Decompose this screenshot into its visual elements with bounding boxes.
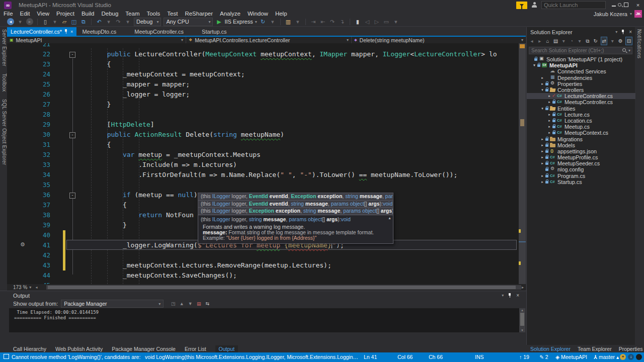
code-line-30[interactable]: 30- public ActionResult Delete(string me… <box>7 130 519 140</box>
nav-back-icon[interactable]: ◂ <box>7 18 14 25</box>
out-next-message-icon[interactable]: ▼ <box>187 301 194 306</box>
bookmark-clear-icon[interactable]: ▭ <box>383 19 390 25</box>
quick-launch-input[interactable] <box>542 2 617 8</box>
code-line-25[interactable]: 25 _mapper = mapper; <box>7 79 519 89</box>
bookmark-caret-icon[interactable]: ▾ <box>392 19 399 25</box>
code-line-31[interactable]: 31 { <box>7 140 519 150</box>
pin-icon[interactable] <box>64 29 68 34</box>
tree-expand-icon[interactable]: ▸ <box>547 94 552 98</box>
new-file-icon[interactable]: ▯ <box>42 19 49 25</box>
tree-item-dependencies[interactable]: ▸Dependencies <box>527 75 635 81</box>
bookmark-icon[interactable]: ▮ <box>354 19 361 25</box>
fold-collapse-icon[interactable]: - <box>69 132 75 138</box>
menu-team[interactable]: Team <box>122 11 143 17</box>
se-home-icon[interactable]: ⌂ <box>545 38 551 44</box>
code-line-34[interactable]: 34 .FirstOrDefault(m => m.Name.Replace("… <box>7 170 519 180</box>
nav-back-caret-icon[interactable]: ▾ <box>17 19 24 25</box>
se-refresh-icon[interactable]: ↻ <box>593 38 599 44</box>
open-file-icon[interactable]: ▱ <box>61 19 68 25</box>
tree-item-appsettings-json[interactable]: ▸appsettings.json <box>527 148 635 154</box>
editor-vertical-scrollbar[interactable] <box>519 43 526 284</box>
refresh-icon[interactable]: ↻ <box>260 19 267 25</box>
tree-item-migrations[interactable]: ▸Migrations <box>527 136 635 142</box>
tree-expand-icon[interactable]: ▸ <box>540 82 545 86</box>
code-line-23[interactable]: 23 { <box>7 59 519 69</box>
out-source-icon[interactable]: ◳ <box>170 301 177 306</box>
code-line-21[interactable]: 21 <box>7 43 519 49</box>
code-line-22[interactable]: 22- public LectureController(MeetupConte… <box>7 49 519 59</box>
quick-actions-icon[interactable]: ⚙ <box>20 241 25 248</box>
tree-expand-icon[interactable]: ▸ <box>540 137 545 141</box>
out-word-wrap-icon[interactable]: ⇆ <box>204 301 211 306</box>
tree-item-meetupseeder-cs[interactable]: ▸MeetupSeeder.cs <box>527 160 635 166</box>
output-scrollbar[interactable]: ▲ ▼ <box>519 308 525 332</box>
se-switch-caret-icon[interactable]: ▾ <box>560 38 567 44</box>
document-tab-startup-cs[interactable]: Startup.cs <box>198 27 230 36</box>
tree-item-program-cs[interactable]: ▸Program.cs <box>527 173 635 179</box>
menu-help[interactable]: Help <box>272 11 291 17</box>
menu-analyze[interactable]: Analyze <box>216 11 244 17</box>
menu-build[interactable]: Build <box>78 11 98 17</box>
save-all-icon[interactable]: ⧉ <box>80 19 87 25</box>
breadcrumb-project-dropdown[interactable]: ▣ MeetupAPI ▾ <box>7 37 186 43</box>
editor-zoom-level[interactable]: 173 % <box>13 285 27 290</box>
tree-item-startup-cs[interactable]: ▸Startup.cs <box>527 179 635 185</box>
tree-item-models[interactable]: ▸Models <box>527 142 635 148</box>
bookmark-next-icon[interactable]: ▷ <box>373 19 380 25</box>
refresh-caret-icon[interactable]: ▾ <box>269 19 276 25</box>
menu-resharper[interactable]: ReSharper <box>181 11 216 17</box>
tooltip-selected-overload[interactable]: (this ILogger logger, string message, pa… <box>198 215 393 244</box>
platform-dropdown[interactable]: Any CPU▾ <box>164 18 213 26</box>
code-line-26[interactable]: 26 _logger = logger; <box>7 89 519 100</box>
user-caret-icon[interactable]: ▾ <box>630 12 632 16</box>
tree-item-location-cs[interactable]: ▸Location.cs <box>527 118 635 124</box>
output-source-dropdown[interactable]: Package Manager ▾ <box>61 300 164 308</box>
configuration-dropdown[interactable]: Debug▾ <box>134 18 161 26</box>
avatar[interactable]: JK <box>634 10 642 18</box>
tree-item-lecturecontroller-cs[interactable]: ▸✓LectureController.cs <box>527 93 635 99</box>
out-clear-icon[interactable]: ▤ <box>195 301 202 306</box>
pin-icon[interactable] <box>621 30 625 34</box>
menu-project[interactable]: Project <box>53 11 78 17</box>
panel-tab-package-manager-console[interactable]: Package Manager Console <box>112 346 176 352</box>
fold-collapse-icon[interactable]: - <box>69 52 75 58</box>
menu-test[interactable]: Test <box>164 11 181 17</box>
tree-expand-icon[interactable]: ▸ <box>540 174 545 178</box>
tree-item-connected-services[interactable]: Connected Services <box>527 68 635 74</box>
scroll-left-arrow-icon[interactable]: ◂ <box>35 285 37 290</box>
document-tab-meetupdto-cs[interactable]: MeetupDto.cs <box>78 27 120 36</box>
breadcrumb-type-dropdown[interactable]: ❖ MeetupAPI.Controllers.LectureControlle… <box>186 37 352 43</box>
code-line-42[interactable]: 42 <box>7 250 519 260</box>
code-line-29[interactable]: 29 [HttpDelete] <box>7 120 519 130</box>
scroll-down-icon[interactable]: ▼ <box>519 329 525 332</box>
tree-expand-icon[interactable]: ▾ <box>540 88 545 92</box>
panel-tab-team-explorer[interactable]: Team Explorer <box>578 346 612 352</box>
tooltip-overload-2[interactable]: (this ILogger logger, EventId eventId, s… <box>198 200 393 208</box>
se-properties-icon[interactable]: ⚙ <box>617 38 623 44</box>
menu-edit[interactable]: Edit <box>17 11 34 17</box>
menu-window[interactable]: Window <box>244 11 272 17</box>
tree-item-meetupcontroller-cs[interactable]: ▸MeetupController.cs <box>527 99 635 105</box>
menu-debug[interactable]: Debug <box>98 11 122 17</box>
signed-in-user[interactable]: Jakub Kozera <box>594 11 627 17</box>
tree-item-nlog-config[interactable]: nlog.config <box>527 166 635 172</box>
status-circle-icon[interactable] <box>636 354 642 360</box>
panel-tab-error-list[interactable]: Error List <box>185 346 206 352</box>
tree-expand-icon[interactable]: ▸ <box>540 180 545 184</box>
document-tab-lecturecontroller-cs-[interactable]: LectureController.cs*× <box>7 27 76 36</box>
undo-caret-icon[interactable]: ▾ <box>105 19 112 25</box>
menu-tools[interactable]: Tools <box>143 11 164 17</box>
se-pending-changes-icon[interactable]: ◔ <box>569 38 575 44</box>
panel-tab-solution-explorer[interactable]: Solution Explorer <box>530 346 571 352</box>
se-back-icon[interactable]: ◂ <box>529 38 535 44</box>
undo-icon[interactable]: ↶ <box>96 19 103 25</box>
tool-tab-toolbox[interactable]: Toolbox <box>0 73 7 92</box>
window-position-caret-icon[interactable]: ▾ <box>502 293 504 298</box>
step-over-icon[interactable]: ↷ <box>329 19 336 25</box>
tree-item-meetupcontext-cs[interactable]: ▸MeetupContext.cs <box>527 130 635 136</box>
panel-tab-output[interactable]: Output <box>215 345 238 352</box>
tree-item-lecture-cs[interactable]: ▸Lecture.cs <box>527 112 635 118</box>
tree-item-meetupapi[interactable]: ▾MeetupAPI <box>527 62 635 68</box>
document-tab-meetupcontroller-cs[interactable]: MeetupController.cs <box>131 27 187 36</box>
se-preview-icon[interactable]: ⊟ <box>625 37 632 45</box>
